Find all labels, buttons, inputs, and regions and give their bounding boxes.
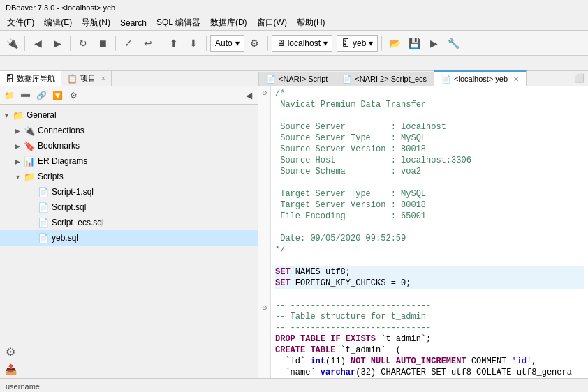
tree-item-connections[interactable]: ▶ 🔌 Connections xyxy=(0,123,258,138)
tab-nari2-script-ecs[interactable]: 📄 <NARI 2> Script_ecs xyxy=(335,72,434,86)
gutter-comment3 xyxy=(258,285,270,294)
db-dropdown-arrow: ▾ xyxy=(369,38,373,48)
toolbar-separator-5 xyxy=(206,36,207,51)
menu-search[interactable]: Search xyxy=(116,17,151,29)
code-line-7: Source Host : localhost:3306 xyxy=(275,155,584,166)
code-line-3 xyxy=(275,110,584,121)
settings-tree-button[interactable]: ⚙ xyxy=(66,88,81,103)
link-button[interactable]: 🔗 xyxy=(34,88,49,103)
menu-nav[interactable]: 导航(N) xyxy=(78,15,115,30)
script-ecs-icon: 📄 xyxy=(38,218,49,228)
menu-file[interactable]: 文件(F) xyxy=(3,15,38,30)
code-line-2: Navicat Premium Data Transfer xyxy=(275,99,584,110)
tab-nari-script[interactable]: 📄 <NARI> Script xyxy=(258,72,335,86)
nari2-script-icon: 📄 xyxy=(342,75,352,84)
gutter-empty xyxy=(258,257,270,266)
gutter-addr xyxy=(258,350,270,359)
connections-chevron: ▶ xyxy=(14,127,21,135)
code-line-1: /* xyxy=(275,88,584,99)
gutter-6 xyxy=(258,135,270,144)
run-button[interactable]: ▶ xyxy=(425,34,443,52)
main-area: 🗄 数据库导航 📋 项目 × 📁 ➖ 🔗 🔽 ⚙ ◀ ▾ xyxy=(0,71,588,378)
new-folder-button[interactable]: 📁 xyxy=(1,88,17,103)
menu-edit[interactable]: 编辑(E) xyxy=(40,15,76,30)
code-line-dashes1: -- ---------------------------- xyxy=(275,300,584,311)
localhost-yeb-close[interactable]: ✕ xyxy=(513,75,519,83)
tree-item-general[interactable]: ▾ 📁 General xyxy=(0,107,258,123)
code-line-dashes2: -- ---------------------------- xyxy=(275,322,584,333)
tree-item-script2[interactable]: ▶ 📄 Script.sql xyxy=(0,199,258,215)
menu-sql-editor[interactable]: SQL 编辑器 xyxy=(152,15,205,30)
txn-settings-button[interactable]: ⚙ xyxy=(246,34,264,52)
project-icon: 📋 xyxy=(67,74,78,84)
gutter-arrow-create: ⊖ xyxy=(262,304,267,311)
server-selector[interactable]: 🖥 localhost ▾ xyxy=(272,35,332,52)
minimize-left-button[interactable]: ◀ xyxy=(241,88,256,103)
save-button[interactable]: 💾 xyxy=(405,34,423,52)
rollback-button[interactable]: ↩ xyxy=(139,34,157,52)
gutter-1: ⊖ xyxy=(258,88,270,97)
code-line-id: `id` int(11) NOT NULL AUTO_INCREMENT COM… xyxy=(275,356,584,367)
server-icon: 🖥 xyxy=(277,38,285,48)
toolbar-separator-1 xyxy=(24,36,25,51)
gutter-9 xyxy=(258,163,270,172)
gutter-comment2 xyxy=(258,275,270,284)
filter-button[interactable]: 🔽 xyxy=(50,88,65,103)
code-editor[interactable]: /* Navicat Premium Data Transfer Source … xyxy=(271,86,588,378)
code-line-empty xyxy=(275,289,584,300)
er-label: ER Diagrams xyxy=(38,156,87,166)
project-tab-close[interactable]: × xyxy=(101,75,105,82)
gutter-11 xyxy=(258,181,270,190)
maximize-editor-button[interactable]: ⬜ xyxy=(571,70,587,86)
stop-button[interactable]: ⏹ xyxy=(94,34,112,52)
general-chevron: ▾ xyxy=(3,112,10,119)
general-folder-icon: 📁 xyxy=(13,110,24,121)
left-panel: 🗄 数据库导航 📋 项目 × 📁 ➖ 🔗 🔽 ⚙ ◀ ▾ xyxy=(0,71,258,378)
tools-button[interactable]: 🔧 xyxy=(444,34,462,52)
gutter-14 xyxy=(258,209,270,218)
upload-button[interactable]: ⬆ xyxy=(165,34,183,52)
scripts-label: Scripts xyxy=(38,172,64,181)
commit-button[interactable]: ✓ xyxy=(119,34,138,52)
auto-transaction-dropdown[interactable]: Auto ▾ xyxy=(210,35,244,52)
gutter-enabled xyxy=(258,359,270,368)
tab-project[interactable]: 📋 项目 × xyxy=(61,71,112,86)
db-icon: 🗄 xyxy=(341,38,350,48)
menu-window[interactable]: 窗口(W) xyxy=(253,15,291,30)
toolbar-separator-6 xyxy=(267,36,268,51)
code-line-drop: DROP TABLE IF EXISTS `t_admin`; xyxy=(275,333,584,345)
bookmarks-icon: 🔖 xyxy=(24,141,35,151)
menu-help[interactable]: 帮助(H) xyxy=(293,15,330,30)
download-button[interactable]: ⬇ xyxy=(184,34,203,52)
tab-project-label: 项目 xyxy=(80,73,96,84)
open-button[interactable]: 📂 xyxy=(385,34,404,52)
server-dropdown-arrow: ▾ xyxy=(323,38,328,48)
tree-item-er-diagrams[interactable]: ▶ 📊 ER Diagrams xyxy=(0,153,258,169)
forward-button[interactable]: ▶ xyxy=(48,34,66,52)
gear-bottom-icon[interactable]: ⚙ xyxy=(3,344,18,359)
collapse-button[interactable]: ➖ xyxy=(17,88,33,103)
tree-item-yeb[interactable]: ▶ 📄 yeb.sql xyxy=(0,230,258,246)
tree-item-script1[interactable]: ▶ 📄 Script-1.sql xyxy=(0,184,258,199)
general-label: General xyxy=(27,110,57,120)
yeb-icon: 📄 xyxy=(38,233,49,243)
back-button[interactable]: ◀ xyxy=(29,34,47,52)
menu-database[interactable]: 数据库(D) xyxy=(206,15,251,30)
tree-item-scripts-folder[interactable]: ▾ 📁 Scripts xyxy=(0,169,258,184)
gutter-create: ⊖ xyxy=(258,303,270,312)
new-connection-button[interactable]: 🔌 xyxy=(3,34,21,52)
tree-item-script-ecs[interactable]: ▶ 📄 Script_ecs.sql xyxy=(0,215,258,230)
tab-localhost-yeb[interactable]: 📄 <localhost> yeb ✕ xyxy=(434,70,527,86)
left-tabs: 🗄 数据库导航 📋 项目 × xyxy=(0,71,258,86)
export-icon[interactable]: 📤 xyxy=(3,361,18,377)
auto-transaction-label: Auto xyxy=(215,38,233,48)
refresh-button[interactable]: ↻ xyxy=(74,34,92,52)
er-icon: 📊 xyxy=(24,156,35,167)
file-tree[interactable]: ▾ 📁 General ▶ 🔌 Connections ▶ 🔖 Bookmark… xyxy=(0,105,258,378)
gutter-drop xyxy=(258,294,270,303)
tree-item-bookmarks[interactable]: ▶ 🔖 Bookmarks xyxy=(0,138,258,153)
server-label: localhost xyxy=(288,38,321,48)
gutter-13 xyxy=(258,200,270,209)
tab-db-navigator[interactable]: 🗄 数据库导航 xyxy=(0,71,61,86)
db-selector[interactable]: 🗄 yeb ▾ xyxy=(337,35,378,52)
